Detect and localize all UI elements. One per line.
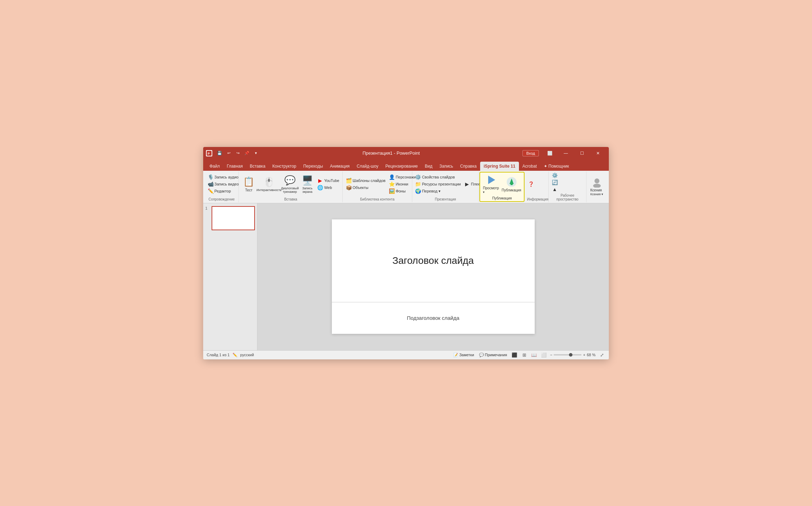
workspace-refresh-btn[interactable]: 🔄 [551, 179, 558, 185]
ribbon-content: 🎙️ Запись аудио 📹 Запись видео ✏️ Редакт… [203, 171, 609, 203]
slide-canvas[interactable]: Заголовок слайда Подзаголовок слайда [332, 219, 535, 333]
prosmotr-label: Просмотр▾ [483, 186, 499, 194]
workspace-collapse-icon: ▲ [552, 187, 557, 192]
group-publikaciya: Просмотр▾ Публикация Публикация [479, 172, 525, 202]
user-avatar-icon [591, 176, 603, 188]
ribbon-collapse-btn[interactable]: ⬜ [542, 147, 558, 160]
resursy-icon: 📁 [415, 181, 421, 187]
group-publikaciya-content: Просмотр▾ Публикация [482, 173, 522, 195]
workspace-settings-icon: ⚙️ [552, 173, 557, 178]
window-title: Презентация1 - PowerPoint [260, 150, 522, 156]
shablony-label: Шаблоны слайдов [352, 178, 385, 183]
vstavka-label: Вставка [241, 197, 340, 202]
slide-subtitle[interactable]: Подзаголовок слайда [332, 302, 535, 334]
fit-to-window-btn[interactable]: ⤢ [598, 351, 605, 358]
group-prezentaciya: ⚙️ Свойства слайдов 📁 Ресурсы презентаци… [412, 171, 479, 202]
reading-view-btn[interactable]: 📖 [530, 351, 537, 358]
resursy-label: Ресурсы презентации [422, 182, 461, 186]
test-icon: 📋 [243, 176, 254, 188]
test-btn[interactable]: 📋 Тест [241, 176, 256, 193]
grid-view-btn[interactable]: ⊞ [521, 351, 528, 358]
svg-text:P: P [208, 152, 210, 155]
slideshow-view-btn[interactable]: ⬜ [540, 351, 547, 358]
svg-rect-5 [511, 182, 513, 185]
tab-view[interactable]: Вид [421, 162, 436, 171]
workspace-column: ⚙️ 🔄 ▲ [551, 172, 558, 192]
undo-btn[interactable]: ↩ [225, 149, 233, 157]
publikaciya-btn[interactable]: Публикация [501, 176, 522, 193]
close-btn[interactable]: ✕ [590, 147, 606, 160]
fony-label: Фоны [396, 189, 405, 193]
save-quick-btn[interactable]: 💾 [216, 149, 223, 157]
prosmotr-btn[interactable]: Просмотр▾ [482, 174, 500, 195]
group-informaciya-content: ❓ [527, 172, 546, 196]
redo-btn[interactable]: ↪ [234, 149, 242, 157]
zapis-video-btn[interactable]: 📹 Запись видео [207, 181, 240, 187]
web-btn[interactable]: 🌐 Web [316, 184, 340, 191]
record-screen-btn[interactable]: 🖥️ Записьэкрана [300, 174, 315, 194]
zoom-minus-icon[interactable]: − [550, 353, 552, 357]
info-btn[interactable]: ❓ [527, 181, 535, 187]
obekty-label: Объекты [352, 185, 368, 190]
zoom-slider[interactable] [554, 354, 582, 356]
minimize-btn[interactable]: — [558, 147, 574, 160]
tab-review[interactable]: Рецензирование [382, 162, 421, 171]
titlebar: P 💾 ↩ ↪ 📌 ▾ Презентация1 - PowerPoint Вх… [203, 147, 609, 160]
tab-help[interactable]: Справка [457, 162, 480, 171]
test-label: Тест [245, 188, 252, 192]
pleer-icon: ▶ [464, 181, 470, 187]
maximize-btn[interactable]: ☐ [574, 147, 590, 160]
svojstva-btn[interactable]: ⚙️ Свойства слайдов [414, 174, 462, 180]
youtube-label: YouTube [324, 178, 339, 183]
tab-insert[interactable]: Вставка [246, 162, 269, 171]
shablony-icon: 🗂️ [346, 178, 351, 183]
user-btn[interactable]: КсенияКсения ▾ [589, 176, 605, 197]
workspace-settings-btn[interactable]: ⚙️ [551, 172, 558, 178]
group-soprovozhd-content: 🎙️ Запись аудио 📹 Запись видео ✏️ Редакт… [207, 172, 236, 196]
tab-transitions[interactable]: Переходы [300, 162, 326, 171]
zapis-audio-label: Запись аудио [214, 175, 238, 179]
biblioteka-col1: 🗂️ Шаблоны слайдов 📦 Объекты [345, 177, 386, 191]
zoom-control[interactable]: − + 68 % [550, 353, 596, 357]
vstavka-small-column: ▶ YouTube 🌐 Web [316, 177, 340, 191]
tab-animations[interactable]: Анимация [327, 162, 353, 171]
tab-assistant[interactable]: ✦ Помощник [540, 162, 572, 171]
dialog-btn[interactable]: 💬 Диалоговыйтренажер [282, 174, 298, 194]
zoom-plus-icon[interactable]: + [583, 353, 585, 357]
group-workspace-content: ⚙️ 🔄 ▲ [551, 172, 584, 192]
youtube-btn[interactable]: ▶ YouTube [316, 177, 340, 184]
slide-title[interactable]: Заголовок слайда [332, 219, 535, 302]
obekty-btn[interactable]: 📦 Объекты [345, 184, 386, 191]
tab-acrobat[interactable]: Acrobat [519, 162, 540, 171]
shablony-btn[interactable]: 🗂️ Шаблоны слайдов [345, 177, 386, 184]
tab-slideshow[interactable]: Слайд-шоу [353, 162, 382, 171]
powerpoint-window: P 💾 ↩ ↪ 📌 ▾ Презентация1 - PowerPoint Вх… [203, 147, 609, 359]
slide-thumbnail-1[interactable] [212, 206, 255, 231]
language-indicator: русский [240, 353, 254, 357]
resursy-btn[interactable]: 📁 Ресурсы презентации [414, 181, 462, 187]
workspace-collapse-btn[interactable]: ▲ [551, 186, 558, 192]
pin-btn[interactable]: 📌 [243, 149, 251, 157]
tab-design[interactable]: Конструктор [269, 162, 300, 171]
biblioteka-label: Библиотека контента [345, 197, 410, 202]
interactive-btn[interactable]: 🖱️ Интерактивность [258, 176, 280, 192]
quick-access-toolbar: 💾 ↩ ↪ 📌 ▾ [216, 149, 260, 157]
zapis-audio-btn[interactable]: 🎙️ Запись аудио [207, 174, 240, 180]
tab-home[interactable]: Главная [223, 162, 247, 171]
tab-ispring[interactable]: iSpring Suite 11 [480, 162, 519, 171]
svojstva-label: Свойства слайдов [422, 175, 455, 179]
notes-btn[interactable]: 📝 Заметки [452, 352, 475, 358]
tab-file[interactable]: Файл [206, 162, 223, 171]
tab-record[interactable]: Запись [436, 162, 456, 171]
signin-button[interactable]: Вход [522, 150, 539, 156]
workspace-refresh-icon: 🔄 [552, 180, 557, 185]
obekty-icon: 📦 [346, 185, 351, 190]
comments-btn[interactable]: 💬 Примечания [478, 352, 508, 358]
group-soprovozhd: 🎙️ Запись аудио 📹 Запись видео ✏️ Редакт… [205, 171, 239, 202]
normal-view-btn[interactable]: ⬛ [511, 351, 518, 358]
redaktor-btn[interactable]: ✏️ Редактор [207, 188, 240, 194]
comments-label: Примечания [485, 353, 507, 357]
personazhi-icon: 👤 [389, 174, 394, 180]
customize-quick-access[interactable]: ▾ [252, 149, 260, 157]
perevod-btn[interactable]: 🌍 Перевод ▾ [414, 188, 462, 194]
